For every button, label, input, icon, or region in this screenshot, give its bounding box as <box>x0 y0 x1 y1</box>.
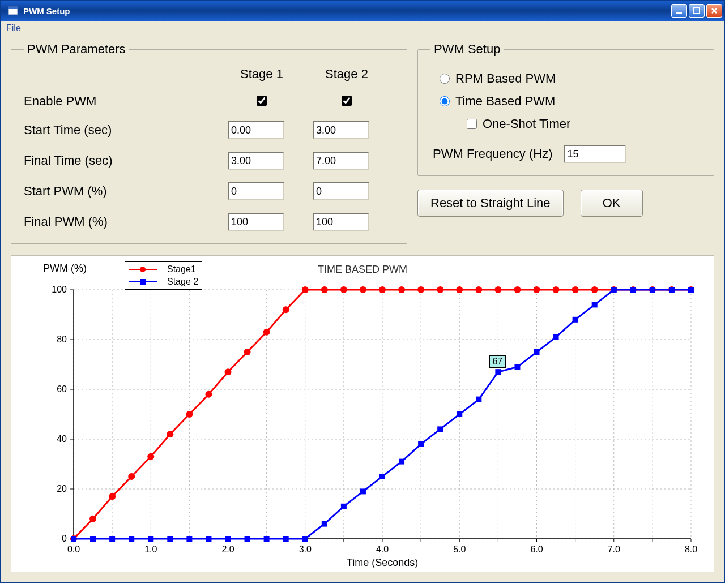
one-shot-row[interactable]: One-Shot Timer <box>467 117 701 131</box>
svg-point-74 <box>147 453 154 460</box>
svg-text:0: 0 <box>62 534 67 543</box>
svg-point-84 <box>340 286 347 293</box>
time-based-label: Time Based PWM <box>455 94 555 109</box>
stage2-header: Stage 2 <box>313 67 381 81</box>
svg-rect-130 <box>592 302 598 307</box>
svg-point-90 <box>456 286 463 293</box>
start-time-stage2-input[interactable] <box>313 121 369 139</box>
svg-point-83 <box>321 286 328 293</box>
svg-text:8.0: 8.0 <box>685 544 697 554</box>
chart-y-label: PWM (%) <box>43 263 87 274</box>
svg-rect-118 <box>360 488 366 494</box>
svg-rect-133 <box>650 287 655 293</box>
titlebar[interactable]: PWM Setup <box>1 1 724 21</box>
svg-text:2.0: 2.0 <box>221 544 234 554</box>
reset-to-straight-line-button[interactable]: Reset to Straight Line <box>417 190 564 217</box>
svg-point-94 <box>534 286 540 293</box>
svg-rect-115 <box>302 536 308 542</box>
svg-point-79 <box>244 349 251 355</box>
svg-text:4.0: 4.0 <box>376 544 389 554</box>
ok-button[interactable]: OK <box>581 190 643 217</box>
menu-bar: File <box>1 21 724 36</box>
svg-point-75 <box>167 431 173 437</box>
svg-rect-121 <box>418 441 424 447</box>
svg-point-97 <box>591 286 598 293</box>
legend-stage1: Stage1 <box>167 264 196 274</box>
svg-point-89 <box>437 286 443 293</box>
svg-point-78 <box>225 368 232 375</box>
maximize-button[interactable] <box>689 4 705 18</box>
svg-rect-124 <box>476 397 481 402</box>
svg-point-85 <box>360 286 366 293</box>
svg-point-96 <box>572 286 579 293</box>
enable-pwm-stage2-checkbox[interactable] <box>342 96 352 106</box>
svg-rect-135 <box>688 287 694 293</box>
time-based-radio[interactable] <box>440 96 450 106</box>
svg-text:20: 20 <box>57 484 67 493</box>
svg-rect-123 <box>457 411 462 417</box>
svg-rect-106 <box>129 536 134 542</box>
svg-point-95 <box>553 286 560 293</box>
start-time-label: Start Time (sec) <box>24 123 211 138</box>
rpm-based-radio[interactable] <box>440 74 450 84</box>
chart-title: TIME BASED PWM <box>318 264 407 276</box>
svg-rect-132 <box>630 287 636 293</box>
one-shot-label: One-Shot Timer <box>483 117 570 131</box>
stage1-header: Stage 1 <box>228 67 296 81</box>
one-shot-checkbox[interactable] <box>467 119 477 129</box>
svg-rect-108 <box>167 536 173 542</box>
chart-plot[interactable]: 0204060801000.01.02.03.04.05.06.07.08.0T… <box>11 256 714 573</box>
menu-file[interactable]: File <box>6 23 21 33</box>
enable-pwm-stage1-checkbox[interactable] <box>257 96 267 106</box>
rpm-based-label: RPM Based PWM <box>455 71 556 86</box>
svg-rect-103 <box>71 536 76 542</box>
svg-rect-112 <box>245 536 250 542</box>
start-time-stage1-input[interactable] <box>228 121 284 139</box>
svg-text:5.0: 5.0 <box>453 544 466 554</box>
final-pwm-stage2-input[interactable] <box>313 213 369 231</box>
svg-text:1.0: 1.0 <box>144 544 157 554</box>
svg-point-93 <box>514 286 521 293</box>
rpm-based-row[interactable]: RPM Based PWM <box>440 71 701 86</box>
svg-point-82 <box>302 286 309 293</box>
svg-text:3.0: 3.0 <box>299 544 312 554</box>
svg-point-88 <box>417 286 424 293</box>
svg-text:60: 60 <box>57 384 67 394</box>
final-pwm-stage1-input[interactable] <box>228 213 284 231</box>
chart-legend: Stage1 Stage 2 <box>125 261 202 290</box>
start-pwm-label: Start PWM (%) <box>24 184 211 199</box>
svg-point-86 <box>379 286 386 293</box>
svg-point-72 <box>109 493 116 500</box>
svg-text:80: 80 <box>57 334 67 344</box>
time-based-row[interactable]: Time Based PWM <box>440 94 701 109</box>
svg-text:40: 40 <box>57 434 67 444</box>
svg-rect-105 <box>109 536 115 542</box>
pwm-setup-legend: PWM Setup <box>430 42 504 57</box>
svg-point-80 <box>263 329 270 336</box>
chart-tooltip: 67 <box>489 355 506 368</box>
svg-rect-104 <box>90 536 96 542</box>
svg-point-91 <box>475 286 482 293</box>
svg-text:100: 100 <box>52 285 67 294</box>
svg-rect-3 <box>694 8 700 14</box>
svg-rect-125 <box>495 369 501 375</box>
start-pwm-stage2-input[interactable] <box>313 182 369 200</box>
legend-stage2: Stage 2 <box>167 277 198 287</box>
svg-rect-110 <box>206 536 211 542</box>
svg-rect-117 <box>341 504 347 509</box>
final-time-stage2-input[interactable] <box>313 152 369 170</box>
svg-rect-107 <box>148 536 153 542</box>
chart-panel: PWM (%) TIME BASED PWM Stage1 Stage 2 02… <box>11 255 714 572</box>
final-time-stage1-input[interactable] <box>228 152 284 170</box>
svg-point-76 <box>186 411 193 418</box>
content-area: PWM Parameters Stage 1 Stage 2 Enable PW… <box>1 36 724 582</box>
enable-pwm-label: Enable PWM <box>24 94 211 109</box>
final-pwm-label: Final PWM (%) <box>24 214 211 229</box>
svg-rect-111 <box>225 536 231 542</box>
window-controls <box>671 4 722 18</box>
pwm-frequency-label: PWM Frequency (Hz) <box>433 147 552 161</box>
minimize-button[interactable] <box>671 4 687 18</box>
start-pwm-stage1-input[interactable] <box>228 182 284 200</box>
close-button[interactable] <box>706 4 722 18</box>
pwm-frequency-input[interactable] <box>564 145 626 163</box>
